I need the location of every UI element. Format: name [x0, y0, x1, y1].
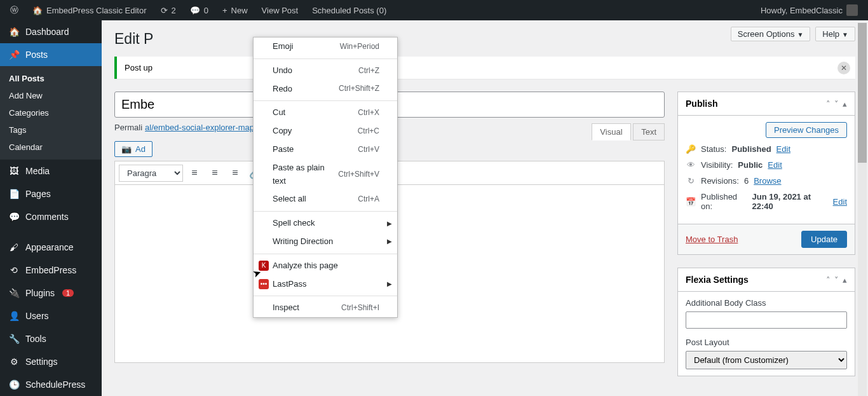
chevron-right-icon: ▶ [387, 219, 392, 229]
align-left-button[interactable]: ≡ [186, 164, 203, 182]
cm-inspect-shortcut: Ctrl+Shift+I [341, 302, 379, 314]
menu-users[interactable]: 👤Users [0, 304, 102, 327]
submenu-add-new[interactable]: Add New [0, 87, 102, 104]
revisions-label: Revisions: [701, 176, 739, 186]
submenu-categories[interactable]: Categories [0, 104, 102, 121]
menu-embedpress[interactable]: ⟲EmbedPress [0, 259, 102, 282]
scheduled-posts[interactable]: Scheduled Posts (0) [307, 0, 391, 20]
site-name[interactable]: 🏠EmbedPress Classic Editor [27, 0, 152, 20]
backup-icon: ↻ [686, 176, 696, 186]
cm-separator [254, 211, 397, 212]
my-account[interactable]: Howdy, EmbedClassic [756, 0, 863, 20]
pin-icon: 📌 [8, 48, 20, 61]
cm-paste-plain-label: Paste as plain text [273, 161, 338, 188]
preview-changes-button[interactable]: Preview Changes [766, 122, 847, 138]
submenu-calendar[interactable]: Calendar [0, 139, 102, 156]
cm-select-all[interactable]: Select allCtrl+A [254, 190, 397, 208]
align-center-button[interactable]: ≡ [206, 164, 224, 182]
paragraph-select[interactable]: Paragra [119, 165, 183, 182]
camera-icon: 📷 [121, 144, 132, 154]
menu-tools[interactable]: 🔧Tools [0, 327, 102, 350]
visibility-label: Visibility: [701, 160, 733, 170]
updates[interactable]: ⟳2 [156, 0, 181, 20]
move-up-icon[interactable]: ˄ [826, 99, 831, 109]
cm-redo[interactable]: RedoCtrl+Shift+Z [254, 80, 397, 99]
cm-emoji[interactable]: EmojiWin+Period [254, 38, 397, 56]
status-value: Published [731, 144, 771, 154]
move-up-icon[interactable]: ˄ [826, 275, 831, 285]
cm-paste-plain[interactable]: Paste as plain textCtrl+Shift+V [254, 159, 397, 191]
view-post[interactable]: View Post [257, 0, 304, 20]
help-button[interactable]: Help▼ [815, 27, 855, 41]
menu-settings[interactable]: ⚙Settings [0, 350, 102, 373]
wp-logo[interactable]: ⓦ [5, 0, 24, 20]
submenu-tags[interactable]: Tags [0, 121, 102, 139]
body-class-input[interactable] [686, 311, 847, 329]
settings-icon: ⚙ [8, 355, 20, 368]
menu-schedulepress[interactable]: 🕒SchedulePress [0, 373, 102, 396]
status-edit-link[interactable]: Edit [776, 144, 790, 154]
visibility-edit-link[interactable]: Edit [768, 160, 782, 170]
cm-copy[interactable]: CopyCtrl+C [254, 122, 397, 140]
post-layout-select[interactable]: Default (from Customizer) [686, 351, 847, 369]
cm-lastpass[interactable]: •••LastPass▶ [254, 275, 397, 294]
tab-text[interactable]: Text [633, 123, 665, 140]
updates-count: 2 [172, 6, 176, 15]
menu-dashboard[interactable]: 🏠Dashboard [0, 20, 102, 43]
menu-posts[interactable]: 📌Posts [0, 43, 102, 66]
cm-cut-label: Cut [273, 106, 285, 119]
site-name-label: EmbedPress Classic Editor [46, 6, 147, 15]
revisions-browse-link[interactable]: Browse [754, 176, 781, 186]
menu-media[interactable]: 🖼Media [0, 160, 102, 182]
new-content[interactable]: +New [217, 0, 253, 20]
cm-select-all-label: Select all [273, 193, 306, 206]
cm-separator [254, 100, 397, 101]
align-right-button[interactable]: ≡ [226, 164, 244, 182]
cm-analyze[interactable]: KAnalyze this page [254, 257, 397, 275]
move-to-trash-link[interactable]: Move to Trash [686, 235, 738, 244]
scrollbar[interactable] [858, 23, 867, 396]
move-down-icon[interactable]: ˅ [834, 99, 839, 109]
cm-emoji-shortcut: Win+Period [340, 41, 379, 53]
tools-icon: 🔧 [8, 332, 20, 345]
cm-spell-check[interactable]: Spell check▶ [254, 214, 397, 233]
comments-bubble[interactable]: 💬0 [185, 0, 214, 20]
home-icon: 🏠 [32, 6, 43, 15]
scrollbar-thumb[interactable] [858, 23, 867, 163]
published-edit-link[interactable]: Edit [833, 197, 847, 207]
update-button[interactable]: Update [801, 231, 847, 248]
screen-options-button[interactable]: Screen Options▼ [731, 27, 811, 41]
cm-paste[interactable]: PasteCtrl+V [254, 140, 397, 159]
notice-dismiss[interactable]: ✕ [837, 62, 850, 74]
menu-pages[interactable]: 📄Pages [0, 182, 102, 205]
cm-writing-direction[interactable]: Writing Direction▶ [254, 233, 397, 251]
cm-separator [254, 58, 397, 59]
notice-success: Post up ✕ [114, 57, 855, 79]
menu-users-label: Users [25, 311, 49, 321]
toggle-icon[interactable]: ▴ [843, 99, 847, 109]
flexia-metabox: Flexia Settings ˄ ˅ ▴ Additional Body Cl… [677, 268, 855, 376]
permalink-url[interactable]: al/embed-social-explorer-maps/ [145, 123, 261, 132]
menu-plugins[interactable]: 🔌Plugins1 [0, 282, 102, 304]
menu-appearance[interactable]: 🖌Appearance [0, 236, 102, 259]
cm-cut[interactable]: CutCtrl+X [254, 104, 397, 122]
toggle-icon[interactable]: ▴ [843, 275, 847, 285]
new-content-label: New [231, 6, 248, 15]
comments-icon: 💬 [8, 210, 20, 223]
move-down-icon[interactable]: ˅ [834, 275, 839, 285]
add-media-button[interactable]: 📷Ad [114, 141, 153, 157]
body-class-label: Additional Body Class [686, 298, 847, 308]
menu-comments[interactable]: 💬Comments [0, 205, 102, 228]
cm-redo-shortcut: Ctrl+Shift+Z [339, 83, 379, 95]
cm-copy-shortcut: Ctrl+C [358, 125, 379, 137]
cm-redo-label: Redo [273, 83, 292, 96]
howdy-label: Howdy, EmbedClassic [761, 6, 843, 15]
submenu-all-posts[interactable]: All Posts [0, 70, 102, 87]
cm-undo[interactable]: UndoCtrl+Z [254, 62, 397, 80]
cm-emoji-label: Emoji [273, 40, 294, 53]
cm-copy-label: Copy [273, 125, 292, 138]
cm-inspect[interactable]: InspectCtrl+Shift+I [254, 299, 397, 317]
tab-visual[interactable]: Visual [592, 123, 630, 140]
revisions-value: 6 [744, 176, 749, 186]
status-label: Status: [701, 144, 726, 154]
